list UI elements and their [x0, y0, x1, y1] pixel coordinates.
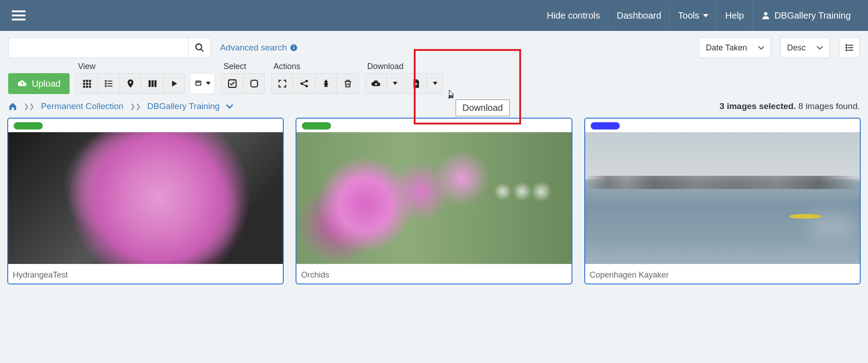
svg-rect-6	[846, 45, 848, 46]
display-options-button[interactable]	[190, 73, 215, 94]
view-group: View	[76, 62, 215, 94]
card-thumbnail[interactable]	[296, 132, 571, 264]
top-nav: Hide controls Dashboard Tools Help DBGal…	[539, 0, 859, 31]
help-link[interactable]: Help	[717, 0, 752, 31]
square-icon	[249, 79, 259, 89]
svg-rect-10	[846, 50, 848, 51]
map-view-button[interactable]	[120, 73, 141, 94]
sort-field-select[interactable]: Date Taken	[699, 37, 771, 58]
svg-line-2	[201, 49, 204, 52]
pin-icon	[125, 79, 135, 89]
list-icon	[104, 79, 114, 89]
list-view-button[interactable]	[98, 73, 120, 94]
svg-point-1	[196, 44, 202, 50]
svg-rect-28	[149, 80, 151, 87]
search-input[interactable]	[8, 37, 188, 58]
user-icon	[761, 10, 771, 20]
hide-controls-link[interactable]: Hide controls	[539, 0, 608, 31]
delete-button[interactable]	[337, 73, 359, 94]
gallery-card[interactable]: Orchids	[296, 118, 572, 284]
sort-order-select[interactable]: Desc	[780, 37, 830, 58]
svg-rect-8	[846, 47, 848, 49]
display-icon	[194, 79, 204, 89]
svg-rect-30	[154, 80, 156, 87]
sort-field-value: Date Taken	[706, 43, 747, 53]
card-thumbnail[interactable]	[585, 132, 860, 264]
hamburger-menu-icon[interactable]	[9, 8, 28, 23]
status-pill	[14, 122, 43, 129]
svg-rect-18	[83, 86, 85, 88]
layout-toggle-button[interactable]	[839, 37, 860, 58]
svg-rect-32	[197, 82, 200, 83]
export-options-button[interactable]	[427, 73, 443, 94]
gallery-card[interactable]: Copenhagen Kayaker	[584, 118, 861, 284]
svg-rect-26	[107, 86, 112, 87]
svg-rect-19	[86, 86, 89, 88]
controls-row: Advanced search Date Taken Desc	[0, 31, 868, 58]
breadcrumb-link[interactable]: DBGallery Training	[147, 101, 220, 111]
upload-button[interactable]: Upload	[8, 73, 70, 94]
columns-view-button[interactable]	[141, 73, 163, 94]
card-title: Copenhagen Kayaker	[585, 264, 860, 283]
actions-label: Actions	[271, 62, 359, 71]
share-button[interactable]	[293, 73, 315, 94]
dashboard-link[interactable]: Dashboard	[608, 0, 669, 31]
svg-rect-20	[89, 86, 91, 88]
download-options-button[interactable]	[387, 73, 403, 94]
select-group: Select	[221, 62, 265, 94]
search-button[interactable]	[188, 37, 211, 58]
breadcrumb-link[interactable]: Permanent Collection	[41, 101, 124, 111]
breadcrumb-dropdown[interactable]	[226, 104, 233, 109]
actions-group: Actions	[271, 62, 359, 94]
caret-down-icon	[703, 14, 708, 17]
svg-rect-13	[86, 80, 89, 82]
svg-rect-17	[89, 83, 91, 85]
download-button[interactable]	[365, 73, 387, 94]
slideshow-button[interactable]	[163, 73, 185, 94]
card-title: Orchids	[296, 264, 571, 283]
chevron-down-icon	[817, 45, 823, 50]
tools-menu[interactable]: Tools	[669, 0, 717, 31]
tree-icon	[321, 79, 331, 89]
card-thumbnail[interactable]	[8, 132, 283, 264]
svg-rect-14	[89, 80, 91, 82]
selected-count: 3 images selected.	[720, 101, 796, 111]
toolbar-row: Upload View Select Actions	[0, 58, 868, 99]
expand-icon	[277, 79, 287, 89]
topbar: Hide controls Dashboard Tools Help DBGal…	[0, 0, 868, 31]
breadcrumb-home[interactable]	[8, 102, 17, 111]
select-all-button[interactable]	[221, 73, 243, 94]
user-menu[interactable]: DBGallery Training	[752, 0, 859, 31]
tools-label: Tools	[678, 10, 699, 21]
export-button[interactable]	[405, 73, 427, 94]
download-group: Download	[365, 62, 443, 94]
sort-order-value: Desc	[787, 43, 806, 53]
svg-rect-4	[293, 47, 294, 50]
select-none-button[interactable]	[243, 73, 265, 94]
caret-down-icon	[433, 82, 437, 85]
svg-point-37	[306, 85, 308, 88]
card-title: HydrangeaTest	[8, 264, 283, 283]
columns-icon	[147, 79, 157, 89]
svg-rect-16	[86, 83, 89, 85]
svg-rect-34	[251, 80, 258, 87]
home-icon	[8, 102, 17, 111]
check-square-icon	[227, 79, 237, 89]
advanced-search-link[interactable]: Advanced search	[220, 43, 298, 53]
fullscreen-button[interactable]	[271, 73, 293, 94]
chevron-down-icon	[758, 45, 764, 50]
found-count: 8 images found.	[798, 101, 860, 111]
grid-icon	[82, 79, 92, 89]
view-label: View	[76, 62, 215, 71]
breadcrumb-separator: ❯❯	[130, 103, 141, 110]
download-tooltip: Download	[456, 99, 510, 116]
gallery-card[interactable]: HydrangeaTest	[7, 118, 284, 284]
grid-view-button[interactable]	[76, 73, 98, 94]
svg-rect-23	[105, 83, 107, 85]
svg-rect-22	[107, 81, 112, 82]
file-export-icon	[411, 79, 421, 89]
breadcrumb-separator: ❯❯	[24, 103, 35, 110]
user-label: DBGallery Training	[774, 10, 851, 21]
tree-button[interactable]	[315, 73, 337, 94]
search-group	[8, 37, 211, 58]
